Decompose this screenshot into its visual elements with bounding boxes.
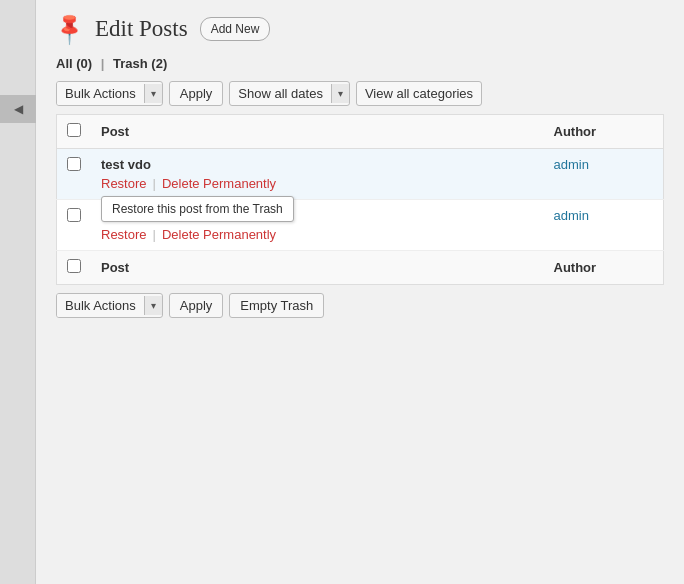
- sidebar-toggle[interactable]: ◀: [0, 95, 36, 123]
- bottom-bulk-actions-arrow-icon[interactable]: ▾: [144, 296, 162, 315]
- show-dates-select[interactable]: Show all dates ▾: [229, 81, 350, 106]
- tf-author: Author: [544, 251, 664, 285]
- sidebar-arrow-icon: ◀: [14, 102, 23, 116]
- top-apply-button[interactable]: Apply: [169, 81, 224, 106]
- post-title-0: test vdo: [101, 157, 534, 172]
- bulk-actions-arrow-icon[interactable]: ▾: [144, 84, 162, 103]
- view-categories-label: View all categories: [356, 81, 482, 106]
- action-separator-1: |: [153, 227, 156, 242]
- add-new-button[interactable]: Add New: [200, 17, 271, 41]
- page-header: 📌 Edit Posts Add New: [56, 16, 664, 42]
- author-link-0[interactable]: admin: [554, 157, 589, 172]
- restore-link-1[interactable]: Restore: [101, 227, 147, 242]
- row-0-checkbox[interactable]: [67, 157, 81, 171]
- posts-table: Post Author test vdoRestore | Delete Per…: [56, 114, 664, 285]
- table-footer-row: Post Author: [57, 251, 664, 285]
- post-actions-1: Restore | Delete Permanently: [101, 227, 534, 242]
- filter-trash-active: Trash (2): [113, 56, 167, 71]
- main-content: 📌 Edit Posts Add New All (0) | Trash (2)…: [36, 0, 684, 334]
- filter-all-link[interactable]: All (0): [56, 56, 96, 71]
- author-link-1[interactable]: admin: [554, 208, 589, 223]
- tf-post: Post: [91, 251, 544, 285]
- th-checkbox: [57, 115, 92, 149]
- filter-links: All (0) | Trash (2): [56, 56, 664, 71]
- bottom-bulk-actions-select[interactable]: Bulk Actions ▾: [56, 293, 163, 318]
- delete-link-0[interactable]: Delete Permanently: [162, 176, 276, 191]
- bottom-toolbar: Bulk Actions ▾ Apply Empty Trash: [56, 293, 664, 318]
- th-author: Author: [544, 115, 664, 149]
- select-all-checkbox[interactable]: [67, 123, 81, 137]
- show-dates-arrow-icon[interactable]: ▾: [331, 84, 349, 103]
- table-header-row: Post Author: [57, 115, 664, 149]
- bulk-actions-select[interactable]: Bulk Actions ▾: [56, 81, 163, 106]
- edit-posts-icon: 📌: [51, 10, 88, 47]
- th-post: Post: [91, 115, 544, 149]
- tf-checkbox: [57, 251, 92, 285]
- post-actions-0: Restore | Delete PermanentlyRestore this…: [101, 176, 534, 191]
- bulk-actions-label: Bulk Actions: [57, 82, 144, 105]
- show-dates-label: Show all dates: [230, 82, 331, 105]
- action-separator-0: |: [153, 176, 156, 191]
- top-toolbar: Bulk Actions ▾ Apply Show all dates ▾ Vi…: [56, 81, 664, 106]
- filter-separator: |: [101, 56, 105, 71]
- restore-tooltip-0: Restore this post from the Trash: [101, 196, 294, 222]
- bottom-apply-button[interactable]: Apply: [169, 293, 224, 318]
- sidebar: ◀: [0, 0, 36, 584]
- empty-trash-button[interactable]: Empty Trash: [229, 293, 324, 318]
- table-row: test vdoRestore | Delete PermanentlyRest…: [57, 149, 664, 200]
- row-1-checkbox[interactable]: [67, 208, 81, 222]
- delete-link-1[interactable]: Delete Permanently: [162, 227, 276, 242]
- bottom-bulk-actions-label: Bulk Actions: [57, 294, 144, 317]
- select-all-bottom-checkbox[interactable]: [67, 259, 81, 273]
- page-title: Edit Posts: [95, 16, 188, 42]
- restore-link-0[interactable]: Restore: [101, 176, 147, 191]
